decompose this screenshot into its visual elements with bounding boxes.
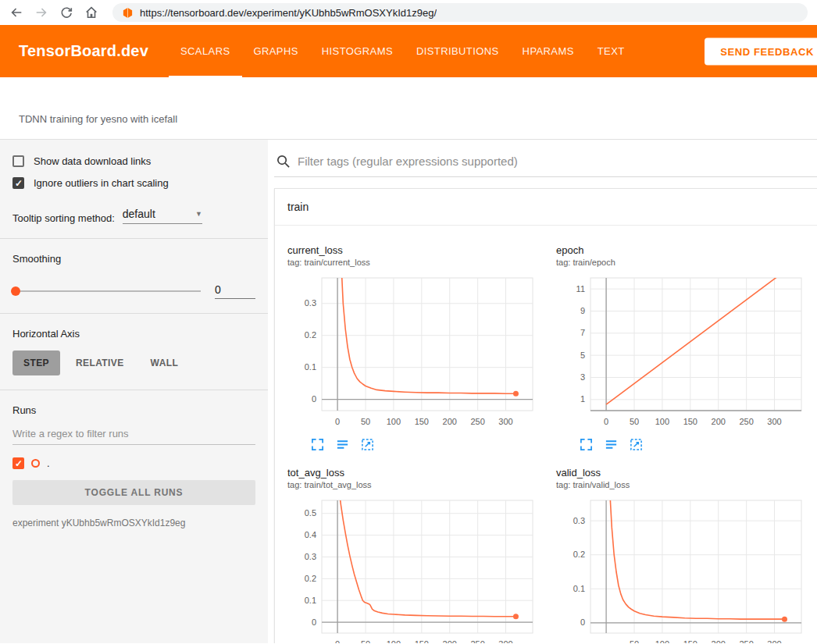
show-download-links-checkbox[interactable] <box>12 155 24 167</box>
svg-text:50: 50 <box>361 639 370 643</box>
axis-wall-button[interactable]: WALL <box>140 350 190 375</box>
tag-filter-bar[interactable] <box>274 149 817 177</box>
run-row[interactable]: . <box>12 457 255 469</box>
fit-domain-icon[interactable] <box>361 438 374 451</box>
svg-text:100: 100 <box>655 417 669 426</box>
svg-text:0.1: 0.1 <box>573 584 585 593</box>
app-logo[interactable]: TensorBoard.dev <box>19 42 148 60</box>
line-chart-current-loss[interactable]: 00.10.20.3050100150200250300 <box>287 272 541 431</box>
fit-domain-icon[interactable] <box>630 438 643 451</box>
svg-text:200: 200 <box>443 417 457 426</box>
horizontal-axis-label: Horizontal Axis <box>12 328 255 340</box>
svg-text:0.3: 0.3 <box>573 516 585 525</box>
forward-icon[interactable] <box>34 5 48 20</box>
svg-text:1: 1 <box>580 394 585 404</box>
search-icon <box>276 154 291 169</box>
runs-label: Runs <box>12 404 255 416</box>
send-feedback-button[interactable]: SEND FEEDBACK <box>705 37 817 65</box>
chart-title: current_loss <box>287 244 547 256</box>
tab-histograms[interactable]: HISTOGRAMS <box>310 25 405 77</box>
runs-filter-input[interactable] <box>12 422 255 445</box>
address-bar[interactable]: https://tensorboard.dev/experiment/yKUbh… <box>112 3 808 22</box>
svg-text:100: 100 <box>655 639 669 643</box>
fullscreen-icon[interactable] <box>311 438 324 451</box>
tooltip-sorting-select[interactable]: default ▼ <box>123 208 202 224</box>
back-icon[interactable] <box>9 5 23 20</box>
svg-text:150: 150 <box>683 639 697 643</box>
chart-tag: tag: train/tot_avg_loss <box>287 480 547 489</box>
svg-text:7: 7 <box>580 328 585 337</box>
reload-icon[interactable] <box>59 5 73 20</box>
chart-tag: tag: train/valid_loss <box>556 480 815 489</box>
svg-text:0.4: 0.4 <box>305 530 316 539</box>
chart-title: tot_avg_loss <box>287 467 547 479</box>
experiment-id-text: experiment yKUbhb5wRmOSXYkId1z9eg <box>12 518 255 528</box>
svg-text:250: 250 <box>470 639 484 643</box>
settings-sidebar: Show data download links Ignore outliers… <box>0 140 268 643</box>
run-checkbox[interactable] <box>12 457 24 469</box>
browser-toolbar: https://tensorboard.dev/experiment/yKUbh… <box>0 0 817 25</box>
chart-title: epoch <box>556 244 815 256</box>
chart-card-tot-avg-loss: tot_avg_loss tag: train/tot_avg_loss 00.… <box>278 456 547 643</box>
experiment-title-strip: TDNN training for yesno with icefall <box>0 77 817 139</box>
svg-text:0: 0 <box>335 417 340 426</box>
tab-hparams[interactable]: HPARAMS <box>511 25 586 77</box>
smoothing-value-field[interactable]: 0 <box>215 283 255 299</box>
svg-text:50: 50 <box>361 417 370 426</box>
ignore-outliers-checkbox[interactable] <box>12 177 24 189</box>
svg-text:0: 0 <box>580 617 585 627</box>
chart-card-current-loss: current_loss tag: train/current_loss 00.… <box>278 233 547 456</box>
data-table-icon[interactable] <box>605 438 618 451</box>
svg-text:150: 150 <box>415 417 429 426</box>
svg-text:0.5: 0.5 <box>305 508 316 518</box>
home-icon[interactable] <box>84 5 98 20</box>
svg-text:250: 250 <box>739 417 753 426</box>
tab-graphs[interactable]: GRAPHS <box>242 25 310 77</box>
line-chart-tot-avg-loss[interactable]: 00.10.20.30.40.5050100150200250300 <box>287 494 541 643</box>
chart-toolbar <box>580 438 815 451</box>
tab-text[interactable]: TEXT <box>586 25 637 77</box>
svg-text:0.1: 0.1 <box>305 362 316 372</box>
svg-text:100: 100 <box>387 417 401 426</box>
chart-card-valid-loss: valid_loss tag: train/valid_loss 00.10.2… <box>547 456 815 643</box>
svg-text:300: 300 <box>767 639 781 643</box>
tag-filter-input[interactable] <box>298 155 817 168</box>
horizontal-axis-buttons: STEP RELATIVE WALL <box>12 350 255 375</box>
fullscreen-icon[interactable] <box>580 438 593 451</box>
svg-text:50: 50 <box>630 417 639 426</box>
svg-text:0.2: 0.2 <box>573 550 585 559</box>
smoothing-slider[interactable] <box>12 290 201 292</box>
svg-text:150: 150 <box>683 417 697 426</box>
axis-step-button[interactable]: STEP <box>12 350 60 375</box>
chart-tag: tag: train/epoch <box>556 258 815 267</box>
smoothing-slider-row: 0 <box>12 283 255 299</box>
svg-text:11: 11 <box>576 284 585 294</box>
train-section-card: train current_loss tag: train/current_lo… <box>274 188 817 643</box>
svg-text:150: 150 <box>415 639 429 643</box>
svg-text:300: 300 <box>498 417 512 426</box>
line-chart-epoch[interactable]: 1357911050100150200250300 <box>556 272 809 431</box>
svg-text:100: 100 <box>387 639 401 643</box>
svg-text:0: 0 <box>335 639 340 643</box>
tooltip-sorting-row: Tooltip sorting method: default ▼ <box>12 208 255 224</box>
svg-text:3: 3 <box>580 372 585 382</box>
smoothing-slider-thumb[interactable] <box>11 286 20 296</box>
tab-distributions[interactable]: DISTRIBUTIONS <box>405 25 511 77</box>
svg-text:50: 50 <box>630 639 639 643</box>
content-area: Show data download links Ignore outliers… <box>0 139 817 643</box>
toggle-all-runs-button[interactable]: TOGGLE ALL RUNS <box>12 480 255 505</box>
svg-text:0.3: 0.3 <box>305 552 316 561</box>
axis-relative-button[interactable]: RELATIVE <box>65 350 135 375</box>
data-table-icon[interactable] <box>336 438 349 451</box>
ignore-outliers-row[interactable]: Ignore outliers in chart scaling <box>12 177 255 189</box>
svg-text:0.2: 0.2 <box>305 330 316 340</box>
svg-text:300: 300 <box>498 639 512 643</box>
show-download-links-row[interactable]: Show data download links <box>12 155 255 167</box>
show-download-links-label: Show data download links <box>34 155 151 167</box>
line-chart-valid-loss[interactable]: 00.10.20.350100150200250300 <box>556 494 809 643</box>
main-panel: train current_loss tag: train/current_lo… <box>268 140 817 643</box>
url-text: https://tensorboard.dev/experiment/yKUbh… <box>140 7 437 19</box>
app-header: TensorBoard.dev SCALARS GRAPHS HISTOGRAM… <box>0 25 817 77</box>
tab-scalars[interactable]: SCALARS <box>169 25 242 77</box>
train-section-header[interactable]: train <box>275 189 817 226</box>
